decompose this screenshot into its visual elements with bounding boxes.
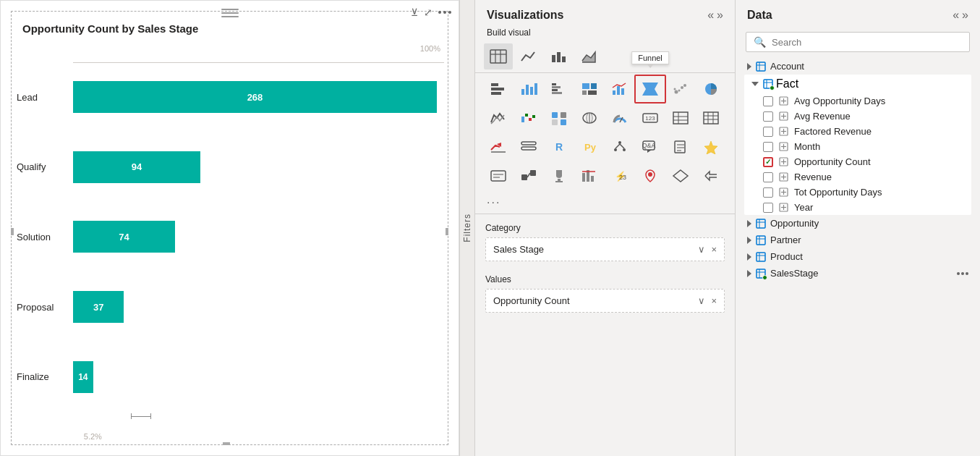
viz-icon-gauge[interactable] xyxy=(605,105,634,131)
values-dropzone[interactable]: Opportunity Count ∨ × xyxy=(485,289,725,313)
viz-icon-line[interactable] xyxy=(514,43,543,69)
svg-rect-49 xyxy=(673,112,688,124)
viz-icon-table[interactable] xyxy=(484,43,513,69)
table-row: Finalize 14 xyxy=(73,358,437,396)
measure-icon-opp-count xyxy=(779,157,788,166)
viz-icon-trophy[interactable] xyxy=(545,163,574,189)
viz-icon-matrix[interactable] xyxy=(696,105,725,131)
viz-icon-r[interactable]: R xyxy=(545,134,574,160)
viz-icon-ribbon[interactable]: Funnel xyxy=(636,76,665,102)
list-item[interactable]: Factored Revenue xyxy=(756,124,971,139)
viz-icon-chart3[interactable] xyxy=(545,43,574,69)
viz-panel-header: Visualizations « » xyxy=(475,0,735,28)
viz-icon-card[interactable]: 123 xyxy=(636,105,665,131)
viz-icon-lightning[interactable]: ⚡23 xyxy=(605,163,634,189)
viz-icon-waterfall[interactable] xyxy=(514,105,543,131)
checkbox-tot-opp-days[interactable] xyxy=(763,187,773,198)
bar-label-finalize: Finalize xyxy=(17,371,49,382)
resize-handle-left[interactable] xyxy=(11,228,14,235)
filters-tab[interactable]: Filters xyxy=(459,0,475,456)
svg-rect-83 xyxy=(555,181,563,182)
tree-group-fact-header[interactable]: Fact xyxy=(744,75,971,93)
svg-rect-9 xyxy=(562,56,566,62)
list-item[interactable]: Avg Opportunity Days xyxy=(756,93,971,109)
list-item[interactable]: Avg Revenue xyxy=(756,109,971,124)
resize-handle-bottom[interactable] xyxy=(223,442,230,445)
measure-icon-year xyxy=(779,203,788,212)
more-options-button[interactable] xyxy=(438,11,451,14)
values-remove-button[interactable]: × xyxy=(711,295,717,306)
viz-icon-location[interactable] xyxy=(636,163,665,189)
viz-icon-area[interactable] xyxy=(575,43,604,69)
viz-icon-bar-v[interactable] xyxy=(514,76,543,102)
filter-icon[interactable]: ⊻ xyxy=(411,7,418,18)
checkbox-factored-revenue[interactable] xyxy=(763,127,773,137)
list-item[interactable]: Year xyxy=(756,200,971,215)
viz-icon-emoji[interactable] xyxy=(545,105,574,131)
viz-panel: Visualizations « » Build visual xyxy=(475,0,736,456)
tree-group-partner[interactable]: Partner xyxy=(740,232,976,248)
list-item[interactable]: Month xyxy=(756,139,971,154)
viz-icon-custom1[interactable] xyxy=(514,163,543,189)
search-box[interactable]: 🔍 xyxy=(746,32,970,52)
checkbox-revenue[interactable] xyxy=(763,172,773,182)
viz-icon-pie[interactable] xyxy=(696,76,725,102)
viz-icon-paginated[interactable] xyxy=(666,134,695,160)
viz-icon-qna[interactable]: Q&A xyxy=(636,134,665,160)
tree-group-partner-label: Partner xyxy=(770,235,801,245)
viz-icon-arrows[interactable] xyxy=(696,163,725,189)
category-chevron-icon[interactable]: ∨ xyxy=(698,244,705,255)
checkbox-month[interactable] xyxy=(763,142,773,152)
list-item[interactable]: Revenue xyxy=(756,169,971,185)
viz-icon-python[interactable]: Py xyxy=(575,134,604,160)
tree-group-salesstage[interactable]: SalesStage xyxy=(740,265,976,282)
svg-rect-11 xyxy=(491,88,504,90)
svg-point-65 xyxy=(614,148,617,151)
viz-icon-scatter[interactable] xyxy=(666,76,695,102)
viz-icon-combo[interactable] xyxy=(605,76,634,102)
svg-rect-8 xyxy=(557,52,561,62)
category-dropzone[interactable]: Sales Stage ∨ × xyxy=(485,237,725,261)
viz-icon-line2[interactable] xyxy=(484,105,513,131)
viz-icon-treemap[interactable] xyxy=(575,76,604,102)
viz-icon-text[interactable] xyxy=(484,163,513,189)
viz-icon-table2[interactable] xyxy=(666,105,695,131)
viz-icon-bar-chart2[interactable] xyxy=(575,163,604,189)
chevron-right-icon[interactable]: » xyxy=(717,9,723,22)
tree-group-product[interactable]: Product xyxy=(740,248,976,265)
tree-group-opportunity[interactable]: Opportunity xyxy=(740,215,976,232)
checkbox-opp-count[interactable]: ✓ xyxy=(763,157,773,167)
expand-icon[interactable]: ⤢ xyxy=(424,7,433,18)
table-icon-product xyxy=(756,252,766,262)
data-panel-arrows[interactable]: « » xyxy=(953,9,968,22)
resize-handle-right[interactable] xyxy=(446,228,448,235)
data-chevron-left-icon[interactable]: « xyxy=(953,9,959,22)
viz-icon-slicer[interactable] xyxy=(514,134,543,160)
checkbox-year[interactable] xyxy=(763,203,773,213)
svg-marker-91 xyxy=(673,170,688,182)
viz-icon-decomp[interactable] xyxy=(605,134,634,160)
salesstage-more[interactable] xyxy=(957,272,968,275)
viz-icon-map[interactable] xyxy=(575,105,604,131)
chevron-left-icon[interactable]: « xyxy=(707,9,714,22)
tree-group-account[interactable]: Account xyxy=(740,58,976,75)
label-year: Year xyxy=(794,202,813,213)
data-chevron-right-icon[interactable]: » xyxy=(962,9,968,22)
label-tot-opp-days: Tot Opportunity Days xyxy=(794,187,882,198)
list-item[interactable]: ✓ Opportunity Count xyxy=(756,154,971,169)
viz-panel-arrows[interactable]: « » xyxy=(707,9,723,22)
more-icons-dots[interactable]: ... xyxy=(475,192,735,211)
values-chevron-icon[interactable]: ∨ xyxy=(698,295,705,306)
viz-icon-diamond[interactable] xyxy=(666,163,695,189)
category-remove-button[interactable]: × xyxy=(711,244,717,255)
viz-icon-bar-stacked[interactable] xyxy=(545,76,574,102)
checkbox-avg-revenue[interactable] xyxy=(763,111,773,122)
search-input[interactable] xyxy=(772,37,962,48)
category-label: Category xyxy=(485,223,725,233)
checkbox-avg-opp-days[interactable] xyxy=(763,96,773,106)
viz-icon-bar-h[interactable] xyxy=(484,76,513,102)
drag-handle[interactable] xyxy=(221,8,239,21)
viz-icon-smart[interactable] xyxy=(696,134,725,160)
viz-icon-kpi[interactable] xyxy=(484,134,513,160)
list-item[interactable]: Tot Opportunity Days xyxy=(756,185,971,200)
